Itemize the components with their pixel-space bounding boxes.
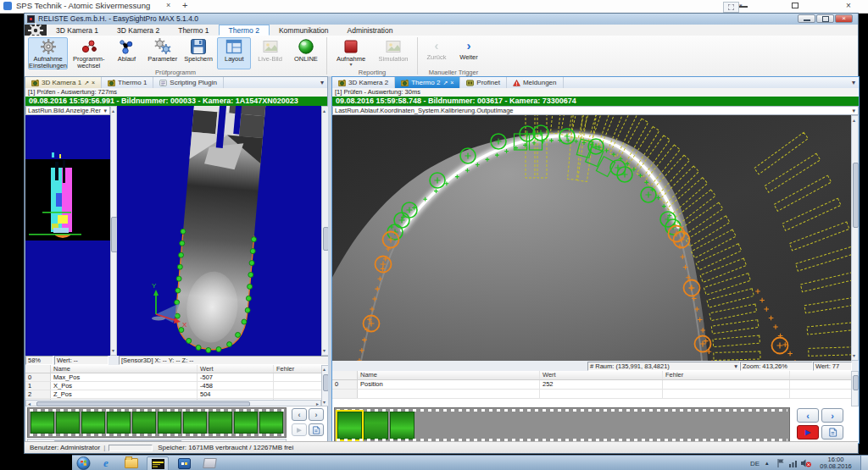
browser-minimize-button[interactable] bbox=[739, 6, 748, 8]
tray-expand-icon[interactable]: ▴ bbox=[765, 460, 769, 467]
new-tab-button[interactable]: + bbox=[182, 0, 187, 10]
col-wert[interactable]: Wert bbox=[540, 371, 663, 379]
scroll-up-icon[interactable]: ▴ bbox=[323, 108, 326, 113]
table-row[interactable]: 1 X_Pos -458 bbox=[25, 382, 321, 390]
float-panel-icon[interactable]: ↗ bbox=[84, 80, 89, 86]
mini-view-scrollbar[interactable]: ▴ ▾ bbox=[110, 106, 117, 356]
browser-close-button[interactable]: × bbox=[846, 1, 851, 10]
filmstrip-tile[interactable] bbox=[364, 412, 388, 440]
volume-muted-icon[interactable] bbox=[801, 459, 811, 467]
tab-thermo-1[interactable]: Thermo 1 bbox=[102, 77, 153, 88]
tab-meldungen[interactable]: Meldungen bbox=[507, 77, 564, 88]
filmstrip-tile[interactable] bbox=[390, 412, 415, 440]
speichern-button[interactable]: Speichern bbox=[181, 37, 215, 69]
weiter-button[interactable]: › Weiter bbox=[453, 37, 484, 69]
pointcloud-3d-view[interactable]: Y X bbox=[117, 106, 321, 356]
fullscreen-control[interactable] bbox=[723, 2, 739, 13]
taskbar-clock[interactable]: 16:0009.08.2016 bbox=[815, 456, 856, 470]
output-image-dropdown[interactable]: LastRun.Ablauf.Koordinaten_System.Kalibr… bbox=[332, 106, 859, 115]
scroll-right-icon[interactable]: ▸ bbox=[316, 401, 319, 406]
close-panel-icon[interactable]: × bbox=[450, 80, 453, 86]
aufnahme-record-button[interactable]: Aufnahme ▾ bbox=[331, 37, 371, 69]
action-center-flag-icon[interactable] bbox=[777, 459, 785, 467]
language-indicator[interactable]: DE bbox=[750, 460, 760, 467]
simulation-button[interactable]: Simulation bbox=[373, 37, 414, 69]
ablauf-button[interactable]: Ablauf bbox=[109, 37, 143, 69]
live-bild-button[interactable]: Live-Bild bbox=[253, 37, 287, 69]
col-wert[interactable]: Wert bbox=[198, 365, 274, 373]
render-source-dropdown[interactable]: LastRun.Bild.Anzeige.RenderedRecor:▾ bbox=[25, 106, 110, 115]
programmwechsel-button[interactable]: Programm-wechsel bbox=[70, 37, 108, 69]
app-restore-button[interactable] bbox=[816, 14, 834, 23]
aufnahme-einstellungen-button[interactable]: AufnahmeEinstellungen bbox=[28, 37, 68, 69]
right-image-vscrollbar[interactable]: ▴ ▾ bbox=[851, 115, 859, 361]
ribbon-tab-3d-kamera-2[interactable]: 3D Kamera 2 bbox=[108, 25, 169, 36]
tab-3d-kamera-1[interactable]: 3D Kamera 1 ↗ × bbox=[25, 77, 102, 88]
taskbar-reliste-app-icon[interactable] bbox=[147, 456, 169, 470]
chevron-down-icon[interactable]: ▾ bbox=[734, 362, 739, 370]
ribbon-tab-3d-kamera-1[interactable]: 3D Kamera 1 bbox=[47, 25, 108, 36]
tab-3d-kamera-2[interactable]: 3D Kamera 2 bbox=[332, 77, 395, 88]
tab-list-caret[interactable]: ▾ bbox=[849, 77, 859, 88]
tab-close-icon[interactable]: × bbox=[166, 1, 170, 9]
tab-scripting-plugin[interactable]: Scripting Plugin bbox=[153, 77, 224, 88]
col-name[interactable]: Name bbox=[51, 365, 198, 373]
taskbar-folder-icon[interactable] bbox=[121, 456, 142, 470]
filmstrip-tile[interactable] bbox=[259, 412, 283, 434]
browser-maximize-button[interactable] bbox=[792, 3, 798, 8]
online-button[interactable]: ONLINE bbox=[289, 37, 323, 69]
left-table-hscrollbar[interactable]: ◂ ▸ bbox=[25, 400, 321, 406]
browser-tab[interactable]: SPS Technik - Atomic Skivermessung bbox=[16, 1, 150, 10]
prev-image-button[interactable]: ‹ bbox=[797, 408, 819, 423]
app-title-bar[interactable]: RELISTE Ges.m.b.H. - EasySightPro MAX 5.… bbox=[25, 14, 858, 25]
thermal-mini-view[interactable] bbox=[25, 115, 110, 356]
layout-button[interactable]: Layout bbox=[217, 37, 251, 69]
filmstrip-tile[interactable] bbox=[183, 412, 207, 434]
app-close-button[interactable]: × bbox=[835, 14, 853, 23]
save-record-button[interactable] bbox=[821, 425, 843, 440]
app-minimize-button[interactable] bbox=[798, 14, 815, 23]
ribbon-tab-thermo-2[interactable]: Thermo 2 bbox=[219, 25, 270, 36]
col-name[interactable]: Name bbox=[358, 371, 540, 379]
filmstrip-tile[interactable] bbox=[132, 412, 156, 434]
right-results-table[interactable]: Name Wert Fehler 0 Position 252 bbox=[332, 371, 851, 406]
taskbar-ie-icon[interactable]: e bbox=[96, 456, 116, 470]
close-panel-icon[interactable]: × bbox=[92, 80, 95, 86]
taskbar-tool-icon[interactable] bbox=[199, 456, 220, 470]
filmstrip-tile[interactable] bbox=[234, 412, 258, 434]
ribbon-tab-kommunikation[interactable]: Kommunikation bbox=[270, 25, 338, 36]
col-fehler[interactable]: Fehler bbox=[274, 365, 321, 373]
col-fehler[interactable]: Fehler bbox=[663, 371, 790, 379]
calibration-image[interactable] bbox=[332, 115, 851, 361]
scroll-down-icon[interactable]: ▾ bbox=[853, 353, 855, 358]
filmstrip-tile[interactable] bbox=[81, 412, 105, 434]
scroll-down-icon[interactable]: ▾ bbox=[323, 400, 326, 405]
scroll-up-icon[interactable]: ▴ bbox=[323, 367, 326, 372]
parameter-button[interactable]: Parameter bbox=[146, 37, 180, 69]
right-table-vscrollbar[interactable] bbox=[851, 371, 859, 406]
next-image-button[interactable]: › bbox=[309, 408, 324, 421]
start-button[interactable] bbox=[76, 456, 91, 470]
table-row[interactable]: 2 Z_Pos 504 bbox=[25, 390, 321, 399]
scroll-up-icon[interactable]: ▴ bbox=[112, 108, 114, 113]
tab-thermo-2[interactable]: Thermo 2 ↗ × bbox=[395, 77, 460, 88]
scroll-up-icon[interactable]: ▴ bbox=[853, 118, 855, 123]
filmstrip-tile[interactable] bbox=[56, 412, 80, 434]
filmstrip-tile[interactable] bbox=[107, 412, 131, 434]
play-button[interactable]: ▶ bbox=[292, 423, 307, 436]
tab-list-caret[interactable]: ▾ bbox=[317, 77, 327, 88]
ribbon-tab-thermo-1[interactable]: Thermo 1 bbox=[169, 25, 218, 36]
filmstrip-tile[interactable] bbox=[337, 412, 362, 440]
next-image-button[interactable]: › bbox=[821, 408, 843, 423]
taskbar-system-icon[interactable] bbox=[174, 456, 194, 470]
scroll-down-icon[interactable]: ▾ bbox=[323, 348, 326, 353]
show-desktop-button[interactable] bbox=[860, 456, 868, 470]
left-results-table[interactable]: Name Wert Fehler 0 Max_Pos -507 1 X_Pos … bbox=[25, 365, 321, 400]
scroll-down-icon[interactable]: ▾ bbox=[112, 348, 114, 353]
save-record-button[interactable] bbox=[309, 423, 324, 436]
float-panel-icon[interactable]: ↗ bbox=[442, 80, 448, 86]
scroll-left-icon[interactable]: ◂ bbox=[28, 401, 31, 406]
filmstrip-tile[interactable] bbox=[158, 412, 181, 434]
tab-profinet[interactable]: Profinet bbox=[460, 77, 507, 88]
prev-image-button[interactable]: ‹ bbox=[292, 408, 307, 421]
